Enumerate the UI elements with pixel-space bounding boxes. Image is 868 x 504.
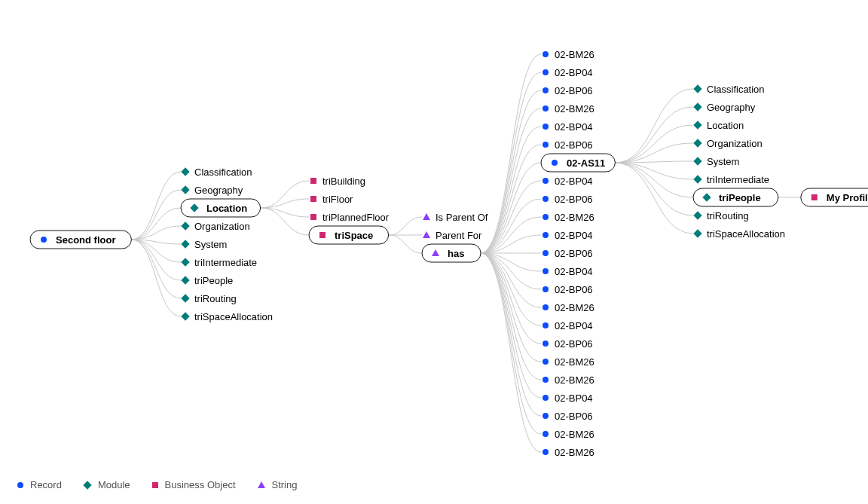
svg-point-34 xyxy=(542,268,549,274)
node-col5-8[interactable]: triSpaceAllocation xyxy=(693,228,785,240)
node-col1-3[interactable]: Organization xyxy=(181,221,249,232)
edge xyxy=(261,181,309,208)
node-col5-4[interactable]: System xyxy=(693,156,739,167)
node-col4-10[interactable]: 02-BP04 xyxy=(542,230,593,241)
svg-rect-16 xyxy=(319,232,326,238)
node-label: triBuilding xyxy=(322,176,365,187)
node-col1-7[interactable]: triRouting xyxy=(181,293,236,304)
node-col3-0[interactable]: Is Parent Of xyxy=(423,212,488,223)
node-label: 02-BM26 xyxy=(555,212,594,223)
edge xyxy=(131,240,181,298)
node-col4-2[interactable]: 02-BP06 xyxy=(542,85,593,96)
node-col4-8[interactable]: 02-BP06 xyxy=(542,194,593,205)
node-label: triRouting xyxy=(707,210,749,221)
node-col3-1[interactable]: Parent For xyxy=(423,230,482,241)
edge xyxy=(131,172,181,240)
node-col4-7[interactable]: 02-BP04 xyxy=(542,176,593,187)
node-col1-8[interactable]: triSpaceAllocation xyxy=(181,311,273,322)
module-icon xyxy=(693,139,701,147)
node-col4-20[interactable]: 02-BP06 xyxy=(542,411,593,422)
module-icon xyxy=(693,157,701,165)
node-col4-14[interactable]: 02-BM26 xyxy=(542,302,594,313)
node-label: triPeople xyxy=(194,275,233,286)
node-col5-1[interactable]: Geography xyxy=(693,102,755,113)
node-col4-12[interactable]: 02-BP04 xyxy=(542,266,593,277)
edge xyxy=(481,54,541,253)
graph-canvas[interactable]: Second floorClassificationGeographyLocat… xyxy=(0,0,868,504)
node-col5-0[interactable]: Classification xyxy=(693,84,764,95)
record-icon xyxy=(542,250,549,256)
node-col2-1[interactable]: triFloor xyxy=(310,194,353,205)
node-col4-15[interactable]: 02-BP04 xyxy=(542,320,593,331)
record-icon xyxy=(542,413,549,419)
node-col1-2[interactable]: Location xyxy=(181,199,261,217)
node-col5-7[interactable]: triRouting xyxy=(693,210,748,221)
node-col4-16[interactable]: 02-BP06 xyxy=(542,338,593,350)
svg-rect-3 xyxy=(181,185,189,194)
node-label: triSpaceAllocation xyxy=(194,311,273,322)
svg-rect-58 xyxy=(83,481,91,489)
record-icon xyxy=(542,449,549,455)
svg-rect-11 xyxy=(181,312,189,320)
node-col1-0[interactable]: Classification xyxy=(181,166,252,178)
edge xyxy=(615,89,693,163)
node-label: 02-BP04 xyxy=(555,266,593,277)
svg-point-23 xyxy=(542,87,549,93)
node-col4-5[interactable]: 02-BP06 xyxy=(542,139,593,151)
svg-point-24 xyxy=(542,105,549,111)
record-icon xyxy=(542,431,549,437)
edge xyxy=(131,208,181,240)
node-label: 02-BP04 xyxy=(555,320,593,331)
node-col1-4[interactable]: System xyxy=(181,239,227,250)
node-col1-1[interactable]: Geography xyxy=(181,185,243,196)
node-col5-2[interactable]: Location xyxy=(693,120,744,131)
node-col5-3[interactable]: Organization xyxy=(693,138,762,149)
edge xyxy=(481,253,541,452)
edge xyxy=(389,217,422,235)
node-col4-6[interactable]: 02-AS11 xyxy=(541,154,615,172)
node-col5-5[interactable]: triIntermediate xyxy=(693,174,769,185)
business_object-icon xyxy=(310,214,316,220)
node-col6-0[interactable]: My Profile xyxy=(801,188,868,206)
record-icon xyxy=(542,69,549,75)
node-col2-3[interactable]: triSpace xyxy=(309,226,389,244)
svg-rect-47 xyxy=(693,121,701,129)
record-icon xyxy=(542,87,549,93)
svg-rect-14 xyxy=(310,214,316,220)
record-icon xyxy=(542,304,549,310)
module-icon xyxy=(693,211,701,219)
node-col4-4[interactable]: 02-BP04 xyxy=(542,121,593,133)
svg-point-1 xyxy=(41,237,47,243)
node-col4-9[interactable]: 02-BM26 xyxy=(542,212,594,223)
record-icon xyxy=(542,124,549,130)
edge xyxy=(481,163,541,253)
node-label: 02-BM26 xyxy=(555,103,594,115)
node-col1-6[interactable]: triPeople xyxy=(181,275,233,286)
svg-point-22 xyxy=(542,69,549,75)
node-col4-19[interactable]: 02-BP04 xyxy=(542,393,593,404)
node-col4-1[interactable]: 02-BP04 xyxy=(542,67,593,78)
module-icon xyxy=(693,229,701,237)
node-label: 02-BM26 xyxy=(555,447,594,458)
node-col1-5[interactable]: triIntermediate xyxy=(181,257,257,268)
node-col4-17[interactable]: 02-BM26 xyxy=(542,356,594,368)
svg-marker-18 xyxy=(423,231,430,238)
node-col4-3[interactable]: 02-BM26 xyxy=(542,103,594,115)
node-col3-2[interactable]: has xyxy=(422,244,481,262)
node-root[interactable]: Second floor xyxy=(30,231,131,249)
svg-point-44 xyxy=(542,449,549,455)
node-col4-18[interactable]: 02-BM26 xyxy=(542,374,594,386)
node-col4-0[interactable]: 02-BM26 xyxy=(542,49,594,60)
record-icon xyxy=(41,237,47,243)
node-col4-11[interactable]: 02-BP06 xyxy=(542,248,593,259)
svg-rect-56 xyxy=(811,194,818,200)
node-col4-22[interactable]: 02-BM26 xyxy=(542,447,594,458)
node-col2-0[interactable]: triBuilding xyxy=(310,176,365,187)
node-label: triIntermediate xyxy=(194,257,257,268)
legend-business-object-label: Business Object xyxy=(165,479,236,490)
node-col2-2[interactable]: triPlannedFloor xyxy=(310,212,390,223)
node-label: 02-BP06 xyxy=(555,411,593,422)
node-col4-21[interactable]: 02-BM26 xyxy=(542,429,594,440)
node-col5-6[interactable]: triPeople xyxy=(693,188,778,206)
node-col4-13[interactable]: 02-BP06 xyxy=(542,284,593,295)
